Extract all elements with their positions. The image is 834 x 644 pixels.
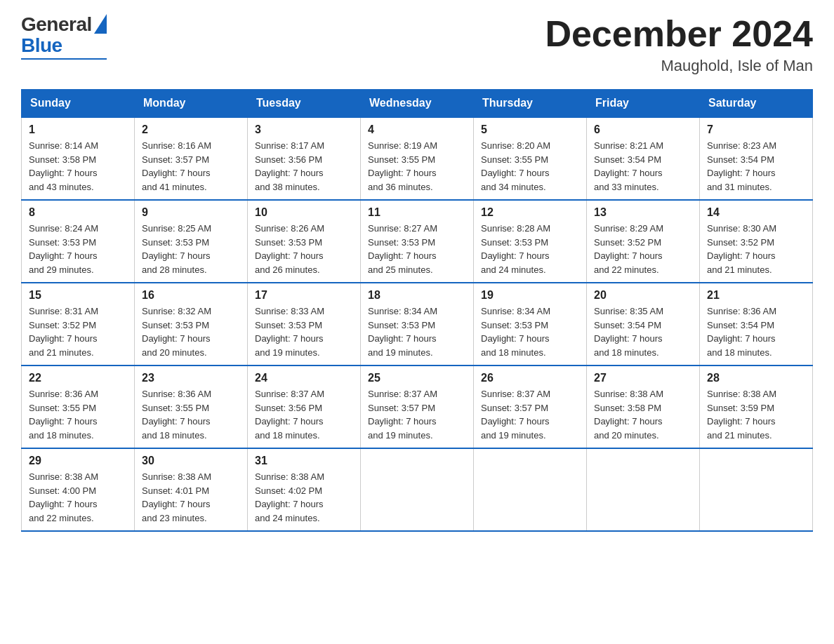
daylight-minutes-text: and 20 minutes.: [594, 430, 659, 441]
sunset-text: Sunset: 3:56 PM: [255, 403, 322, 413]
day-number: 16: [142, 289, 240, 302]
table-row: 22 Sunrise: 8:36 AM Sunset: 3:55 PM Dayl…: [22, 365, 135, 448]
table-row: 19 Sunrise: 8:34 AM Sunset: 3:53 PM Dayl…: [474, 283, 587, 365]
daylight-text: Daylight: 7 hours: [29, 168, 98, 178]
sunset-text: Sunset: 4:02 PM: [255, 485, 322, 496]
table-row: 29 Sunrise: 8:38 AM Sunset: 4:00 PM Dayl…: [22, 448, 135, 531]
page-title: December 2024: [545, 14, 813, 54]
sunrise-text: Sunrise: 8:37 AM: [255, 389, 324, 399]
calendar-table: Sunday Monday Tuesday Wednesday Thursday…: [21, 89, 813, 532]
daylight-text: Daylight: 7 hours: [368, 333, 437, 344]
logo: General Blue: [21, 14, 107, 60]
logo-triangle-icon: [94, 14, 107, 34]
table-row: 12 Sunrise: 8:28 AM Sunset: 3:53 PM Dayl…: [474, 200, 587, 283]
daylight-minutes-text: and 22 minutes.: [594, 264, 659, 275]
day-info: Sunrise: 8:38 AM Sunset: 3:58 PM Dayligh…: [594, 387, 692, 442]
logo-underline: [21, 58, 107, 60]
page-header: General Blue December 2024 Maughold, Isl…: [21, 14, 813, 75]
sunset-text: Sunset: 3:57 PM: [142, 154, 209, 165]
daylight-minutes-text: and 19 minutes.: [255, 347, 320, 358]
calendar-week-row: 15 Sunrise: 8:31 AM Sunset: 3:52 PM Dayl…: [22, 283, 813, 365]
day-info: Sunrise: 8:32 AM Sunset: 3:53 PM Dayligh…: [142, 304, 240, 359]
title-block: December 2024 Maughold, Isle of Man: [545, 14, 813, 75]
sunrise-text: Sunrise: 8:28 AM: [481, 223, 550, 234]
day-info: Sunrise: 8:31 AM Sunset: 3:52 PM Dayligh…: [29, 304, 127, 359]
day-number: 5: [481, 123, 579, 136]
table-row: 17 Sunrise: 8:33 AM Sunset: 3:53 PM Dayl…: [248, 283, 361, 365]
sunrise-text: Sunrise: 8:36 AM: [29, 389, 98, 399]
daylight-text: Daylight: 7 hours: [707, 416, 776, 427]
table-row: 25 Sunrise: 8:37 AM Sunset: 3:57 PM Dayl…: [361, 365, 474, 448]
calendar-week-row: 8 Sunrise: 8:24 AM Sunset: 3:53 PM Dayli…: [22, 200, 813, 283]
daylight-text: Daylight: 7 hours: [255, 250, 324, 261]
sunrise-text: Sunrise: 8:27 AM: [368, 223, 437, 234]
daylight-text: Daylight: 7 hours: [142, 499, 211, 509]
day-info: Sunrise: 8:37 AM Sunset: 3:57 PM Dayligh…: [481, 387, 579, 442]
daylight-minutes-text: and 29 minutes.: [29, 264, 94, 275]
sunset-text: Sunset: 3:52 PM: [594, 237, 661, 248]
day-info: Sunrise: 8:34 AM Sunset: 3:53 PM Dayligh…: [368, 304, 466, 359]
daylight-minutes-text: and 43 minutes.: [29, 182, 94, 192]
day-info: Sunrise: 8:36 AM Sunset: 3:54 PM Dayligh…: [707, 304, 805, 359]
day-info: Sunrise: 8:36 AM Sunset: 3:55 PM Dayligh…: [142, 387, 240, 442]
daylight-minutes-text: and 25 minutes.: [368, 264, 433, 275]
table-row: 11 Sunrise: 8:27 AM Sunset: 3:53 PM Dayl…: [361, 200, 474, 283]
sunset-text: Sunset: 3:57 PM: [368, 403, 435, 413]
daylight-text: Daylight: 7 hours: [29, 416, 98, 427]
sunset-text: Sunset: 3:54 PM: [594, 320, 661, 330]
table-row: 14 Sunrise: 8:30 AM Sunset: 3:52 PM Dayl…: [700, 200, 813, 283]
daylight-text: Daylight: 7 hours: [142, 416, 211, 427]
daylight-minutes-text: and 18 minutes.: [255, 430, 320, 441]
sunrise-text: Sunrise: 8:38 AM: [255, 471, 324, 482]
daylight-text: Daylight: 7 hours: [707, 250, 776, 261]
daylight-text: Daylight: 7 hours: [29, 333, 98, 344]
daylight-text: Daylight: 7 hours: [368, 168, 437, 178]
sunset-text: Sunset: 3:55 PM: [368, 154, 435, 165]
calendar-week-row: 29 Sunrise: 8:38 AM Sunset: 4:00 PM Dayl…: [22, 448, 813, 531]
sunrise-text: Sunrise: 8:21 AM: [594, 140, 663, 151]
day-info: Sunrise: 8:19 AM Sunset: 3:55 PM Dayligh…: [368, 139, 466, 194]
day-info: Sunrise: 8:38 AM Sunset: 4:02 PM Dayligh…: [255, 470, 353, 525]
day-info: Sunrise: 8:20 AM Sunset: 3:55 PM Dayligh…: [481, 139, 579, 194]
table-row: [700, 448, 813, 531]
day-info: Sunrise: 8:33 AM Sunset: 3:53 PM Dayligh…: [255, 304, 353, 359]
day-info: Sunrise: 8:37 AM Sunset: 3:57 PM Dayligh…: [368, 387, 466, 442]
sunrise-text: Sunrise: 8:19 AM: [368, 140, 437, 151]
sunset-text: Sunset: 3:52 PM: [29, 320, 96, 330]
daylight-minutes-text: and 28 minutes.: [142, 264, 207, 275]
daylight-text: Daylight: 7 hours: [255, 499, 324, 509]
daylight-text: Daylight: 7 hours: [481, 416, 550, 427]
sunrise-text: Sunrise: 8:35 AM: [594, 306, 663, 316]
daylight-minutes-text: and 26 minutes.: [255, 264, 320, 275]
daylight-text: Daylight: 7 hours: [481, 168, 550, 178]
sunset-text: Sunset: 3:55 PM: [29, 403, 96, 413]
header-row: Sunday Monday Tuesday Wednesday Thursday…: [22, 90, 813, 118]
day-number: 20: [594, 289, 692, 302]
daylight-text: Daylight: 7 hours: [594, 416, 663, 427]
day-info: Sunrise: 8:35 AM Sunset: 3:54 PM Dayligh…: [594, 304, 692, 359]
daylight-minutes-text: and 22 minutes.: [29, 513, 94, 523]
day-number: 29: [29, 455, 127, 467]
header-wednesday: Wednesday: [361, 90, 474, 118]
table-row: 27 Sunrise: 8:38 AM Sunset: 3:58 PM Dayl…: [587, 365, 700, 448]
day-number: 19: [481, 289, 579, 302]
logo-general-text: General: [21, 15, 92, 34]
sunrise-text: Sunrise: 8:36 AM: [707, 306, 776, 316]
sunrise-text: Sunrise: 8:34 AM: [481, 306, 550, 316]
table-row: 9 Sunrise: 8:25 AM Sunset: 3:53 PM Dayli…: [135, 200, 248, 283]
daylight-minutes-text: and 31 minutes.: [707, 182, 772, 192]
sunrise-text: Sunrise: 8:23 AM: [707, 140, 776, 151]
sunset-text: Sunset: 3:53 PM: [29, 237, 96, 248]
calendar-body: 1 Sunrise: 8:14 AM Sunset: 3:58 PM Dayli…: [22, 117, 813, 531]
daylight-text: Daylight: 7 hours: [255, 416, 324, 427]
day-number: 8: [29, 206, 127, 219]
table-row: 18 Sunrise: 8:34 AM Sunset: 3:53 PM Dayl…: [361, 283, 474, 365]
sunset-text: Sunset: 3:53 PM: [255, 237, 322, 248]
day-number: 27: [594, 372, 692, 384]
daylight-minutes-text: and 18 minutes.: [594, 347, 659, 358]
daylight-minutes-text: and 23 minutes.: [142, 513, 207, 523]
table-row: 26 Sunrise: 8:37 AM Sunset: 3:57 PM Dayl…: [474, 365, 587, 448]
table-row: [474, 448, 587, 531]
header-saturday: Saturday: [700, 90, 813, 118]
sunrise-text: Sunrise: 8:25 AM: [142, 223, 211, 234]
